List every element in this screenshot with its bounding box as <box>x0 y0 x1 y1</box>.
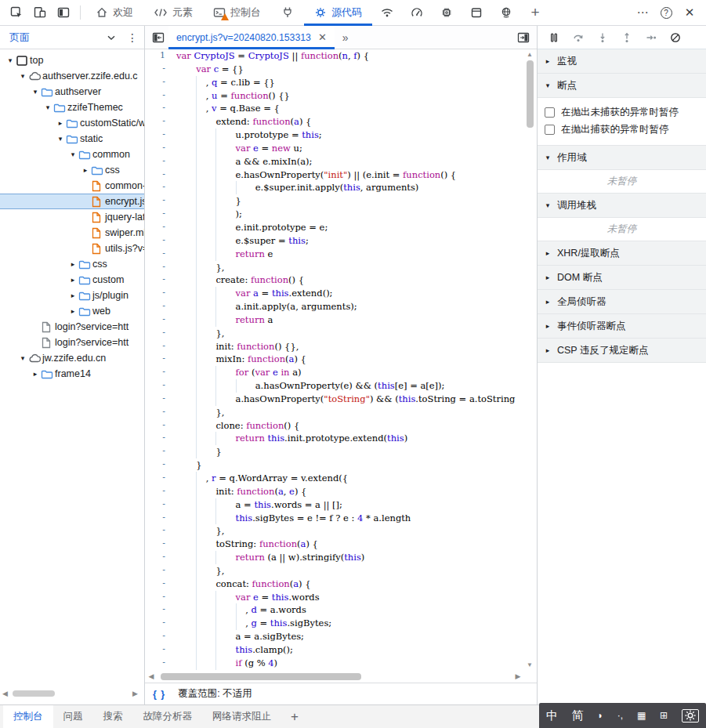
navigator-tab-page[interactable]: 页面 <box>9 31 30 45</box>
line-number[interactable]: - <box>145 657 176 670</box>
tab-search[interactable]: 搜索 <box>93 705 133 728</box>
drawer-new-tab-icon[interactable]: + <box>281 709 308 725</box>
ime-simplified-mode[interactable]: 简 <box>572 708 584 723</box>
line-number[interactable]: - <box>145 617 176 630</box>
line-number[interactable]: - <box>145 603 176 617</box>
section-collapsed[interactable]: ▸全局侦听器 <box>538 290 706 314</box>
line-number[interactable]: - <box>145 142 176 155</box>
close-icon[interactable]: ✕ <box>318 31 327 43</box>
section-collapsed-icon[interactable]: ▸ <box>544 249 552 257</box>
tree-collapsed-icon[interactable]: ▸ <box>67 307 78 315</box>
new-tool-icon[interactable]: + <box>521 0 549 26</box>
line-number[interactable]: - <box>145 524 176 538</box>
tree-item[interactable]: ▾zzifeThemec <box>0 100 144 115</box>
tree-item[interactable]: ▸custom <box>0 272 144 288</box>
ime-window-icon[interactable]: ⊞ <box>660 710 668 721</box>
punctuation-icon[interactable]: ·, <box>617 710 623 721</box>
section-collapsed[interactable]: ▸监视 <box>538 49 706 74</box>
device-emulation-icon[interactable] <box>28 0 52 26</box>
tab-memory[interactable] <box>432 0 462 26</box>
line-number[interactable]: - <box>145 445 176 458</box>
line-number[interactable]: - <box>145 221 176 234</box>
tree-item[interactable]: ▾jw.zzife.edu.cn <box>0 350 144 366</box>
line-number[interactable]: - <box>145 419 176 433</box>
scrollbar-thumb[interactable] <box>161 673 361 680</box>
section-collapsed-icon[interactable]: ▸ <box>544 57 552 65</box>
tree-item[interactable]: ▾static <box>0 131 144 147</box>
tree-item[interactable]: ▸css <box>0 256 144 272</box>
line-number[interactable]: - <box>145 498 176 512</box>
tree-item[interactable]: utils.js?v=2 <box>0 241 144 256</box>
line-number[interactable]: - <box>145 643 176 657</box>
tab-crash-analyzer[interactable]: 故障分析器 <box>133 705 203 728</box>
editor-tab-encrypt[interactable]: encrypt.js?v=20240820.153313 ✕ <box>168 26 335 49</box>
scroll-left-icon[interactable]: ◀ <box>2 690 8 697</box>
tab-application[interactable] <box>462 0 491 26</box>
checkbox[interactable] <box>545 107 555 118</box>
hide-navigator-icon[interactable] <box>148 31 168 44</box>
section-collapsed-icon[interactable]: ▸ <box>544 322 552 330</box>
scrollbar-thumb[interactable] <box>527 60 534 128</box>
line-number[interactable]: - <box>145 234 176 248</box>
tree-item[interactable]: ▸web <box>0 303 144 319</box>
tree-item[interactable]: ▾authserver <box>0 84 144 100</box>
line-number[interactable]: - <box>145 168 176 182</box>
tab-console-drawer[interactable]: 控制台 <box>3 705 53 728</box>
line-number[interactable]: - <box>145 591 176 604</box>
tab-issues[interactable]: 问题 <box>53 705 93 728</box>
scroll-right-icon[interactable]: ▶ <box>513 672 523 680</box>
tree-collapsed-icon[interactable]: ▸ <box>67 292 78 299</box>
section-collapsed[interactable]: ▸事件侦听器断点 <box>538 314 706 339</box>
tree-expanded-icon[interactable]: ▾ <box>17 354 28 362</box>
line-number[interactable]: - <box>145 129 176 142</box>
line-number[interactable]: - <box>145 353 176 366</box>
line-number[interactable]: - <box>145 564 176 578</box>
step-out-icon[interactable] <box>621 31 633 44</box>
ime-chinese-mode[interactable]: 中 <box>546 708 558 723</box>
tab-network-blocking[interactable]: 网络请求阻止 <box>202 705 281 728</box>
scrollbar-thumb[interactable] <box>13 690 55 697</box>
step-icon[interactable] <box>645 31 657 44</box>
tree-item[interactable]: ▾authserver.zzife.edu.c <box>0 68 144 84</box>
tree-item[interactable]: login?service=htt <box>0 335 144 350</box>
section-collapsed[interactable]: ▸XHR/提取断点 <box>538 241 706 266</box>
tab-network[interactable] <box>372 0 402 26</box>
line-number[interactable]: - <box>145 115 176 129</box>
line-number[interactable]: - <box>145 89 176 103</box>
tree-expanded-icon[interactable]: ▾ <box>42 103 53 111</box>
tree-item[interactable]: ▸js/plugin <box>0 288 144 303</box>
line-number[interactable]: - <box>145 472 176 485</box>
section-expanded[interactable]: ▾调用堆栈 <box>538 194 706 218</box>
pause-on-exceptions-row[interactable]: 在抛出未捕获的异常时暂停 <box>545 103 706 121</box>
line-number[interactable]: - <box>145 300 176 313</box>
line-number[interactable]: - <box>145 155 176 168</box>
line-number[interactable]: - <box>145 485 176 498</box>
tree-item[interactable]: common-h <box>0 178 144 194</box>
tree-item[interactable]: login?service=htt <box>0 319 144 335</box>
editor-horizontal-scrollbar[interactable]: ◀ ▶ <box>147 670 523 683</box>
tree-item[interactable]: encrypt.js? <box>0 194 144 209</box>
tree-collapsed-icon[interactable]: ▸ <box>67 260 78 268</box>
line-number[interactable]: - <box>145 194 176 208</box>
line-number[interactable]: - <box>145 63 176 76</box>
tree-collapsed-icon[interactable]: ▸ <box>67 276 78 284</box>
line-number[interactable]: 1 <box>145 49 176 63</box>
section-collapsed-icon[interactable]: ▸ <box>544 298 552 306</box>
section-expanded-icon[interactable]: ▾ <box>544 81 552 89</box>
inspect-icon[interactable] <box>5 0 28 26</box>
section-expanded[interactable]: ▾作用域 <box>538 146 706 170</box>
tree-collapsed-icon[interactable]: ▸ <box>55 119 66 127</box>
section-collapsed[interactable]: ▸CSP 违反了规定断点 <box>538 339 706 363</box>
checkbox[interactable] <box>545 125 555 135</box>
line-number[interactable]: - <box>145 273 176 287</box>
hide-debugger-icon[interactable] <box>513 31 534 44</box>
line-number[interactable]: - <box>145 313 176 327</box>
tab-security[interactable] <box>491 0 521 26</box>
tree-item[interactable]: ▸customStatic/w <box>0 115 144 131</box>
section-collapsed-icon[interactable]: ▸ <box>544 273 552 281</box>
close-icon[interactable]: ✕ <box>678 0 701 26</box>
tab-console[interactable]: 控制台 <box>203 0 271 26</box>
soft-keyboard-icon[interactable]: ▦ <box>637 710 646 721</box>
line-number[interactable]: - <box>145 181 176 194</box>
line-number[interactable]: - <box>145 340 176 353</box>
